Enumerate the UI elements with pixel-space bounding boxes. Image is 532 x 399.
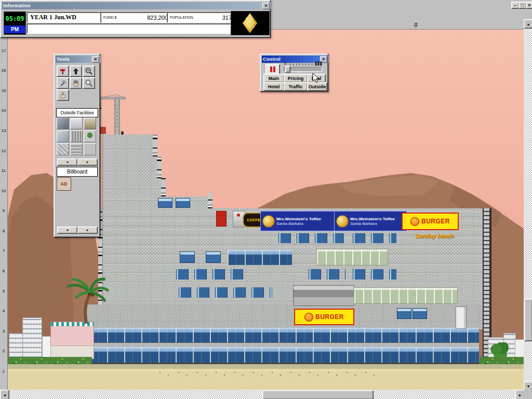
horizontal-scrollbar[interactable]: ◄ ► bbox=[0, 390, 524, 399]
control-main-button[interactable]: Main bbox=[263, 74, 284, 83]
information-titlebar[interactable]: Information × bbox=[2, 2, 271, 9]
vertical-scroll-thumb[interactable] bbox=[524, 299, 532, 341]
zoom-out-tool-button[interactable] bbox=[83, 77, 95, 89]
window-row bbox=[278, 233, 344, 243]
pause-icon bbox=[273, 66, 275, 72]
tools-title: Tools bbox=[57, 57, 70, 62]
toffee-coin-logo bbox=[336, 215, 349, 228]
window-row bbox=[309, 269, 346, 280]
minimize-button[interactable]: – bbox=[511, 2, 519, 9]
control-hotel-button[interactable]: Hotel bbox=[263, 82, 284, 91]
minimize-icon: – bbox=[514, 3, 516, 8]
facility-slot[interactable] bbox=[70, 130, 83, 142]
balcony-band bbox=[316, 249, 388, 265]
palm-tree bbox=[59, 265, 110, 325]
facility-slot[interactable] bbox=[84, 130, 96, 142]
toffee-sign-name: Mrs.Weinstein's Toffee bbox=[276, 217, 321, 221]
maximize-button[interactable]: □ bbox=[518, 2, 526, 9]
construction-scaffold bbox=[161, 178, 166, 197]
office-window bbox=[206, 251, 221, 263]
hotel-glass-band bbox=[228, 250, 292, 265]
toffee-shop-sign: Mrs.Weinstein's Toffee Santa Barbara bbox=[334, 211, 407, 231]
floor-label: 12 bbox=[0, 141, 7, 161]
billboard-scroll-left-button[interactable]: ◄ bbox=[57, 227, 77, 234]
up-arrow-icon bbox=[72, 67, 80, 75]
billboard-ad-item[interactable]: AD bbox=[57, 177, 71, 191]
facility-slot[interactable] bbox=[57, 117, 69, 129]
tools-close-button[interactable]: × bbox=[92, 56, 99, 63]
fund-field: FUND $ 823,200 bbox=[100, 12, 171, 23]
horizontal-scroll-thumb[interactable] bbox=[262, 390, 374, 399]
speed-min-label: 0 bbox=[284, 61, 286, 66]
move-tool-button[interactable] bbox=[70, 65, 82, 77]
control-traffic-button[interactable]: Traffic bbox=[284, 82, 308, 91]
facility-slot[interactable] bbox=[57, 143, 69, 155]
sunday-beach-sign: Sunday beach bbox=[415, 233, 463, 241]
window-row bbox=[353, 269, 396, 280]
information-title: Information bbox=[3, 3, 31, 8]
speed-slider-thumb[interactable] bbox=[285, 66, 290, 73]
shovel-tool-button[interactable] bbox=[57, 77, 69, 89]
floor-label: 14 bbox=[0, 101, 7, 121]
scroll-right-icon: ► bbox=[518, 393, 522, 397]
scrollbar-corner bbox=[524, 390, 532, 399]
ad-label: AD bbox=[61, 181, 68, 187]
building-lower-slab bbox=[84, 304, 488, 329]
facility-slot[interactable] bbox=[84, 117, 96, 129]
bulldoze-tool-button[interactable] bbox=[57, 65, 69, 77]
mouse-cursor bbox=[312, 73, 321, 84]
facility-category-selector[interactable]: Outside Facilities bbox=[56, 108, 98, 117]
burger-sign-label: BURGER bbox=[421, 218, 450, 225]
building-section bbox=[102, 196, 209, 209]
service-door bbox=[456, 307, 467, 329]
tools-window: Tools × Outside Facilities bbox=[54, 54, 100, 237]
hvac-unit bbox=[293, 285, 354, 306]
vertical-scrollbar[interactable]: ▲ ▼ bbox=[524, 19, 532, 390]
control-traffic-label: Traffic bbox=[288, 84, 302, 89]
facility-slot[interactable] bbox=[84, 143, 96, 155]
control-outside-label: Outside bbox=[309, 84, 326, 89]
burger-sign-label: BURGER bbox=[315, 313, 344, 321]
pause-button[interactable] bbox=[265, 64, 280, 75]
office-window bbox=[397, 308, 411, 319]
control-pricing-button[interactable]: Pricing bbox=[284, 74, 308, 83]
floor-label: 6 bbox=[0, 261, 7, 281]
game-clock: 05:09 PM bbox=[4, 11, 26, 35]
facility-slot[interactable] bbox=[70, 117, 83, 129]
maximize-icon: □ bbox=[521, 3, 524, 8]
office-window bbox=[180, 251, 195, 263]
facility-slot[interactable] bbox=[57, 130, 69, 142]
magnifier-plus-icon bbox=[85, 67, 93, 75]
close-button[interactable]: × bbox=[526, 2, 532, 9]
scroll-down-icon: ▼ bbox=[527, 384, 530, 388]
building-section bbox=[102, 135, 154, 157]
city-building bbox=[22, 317, 42, 360]
floor-label: 13 bbox=[0, 121, 7, 141]
burger-shop-sign: BURGER bbox=[402, 212, 459, 230]
floor-label: 10 bbox=[0, 181, 7, 201]
control-title: Control bbox=[263, 57, 281, 62]
scroll-left-button[interactable]: ◄ bbox=[0, 390, 9, 399]
floor-label: 17 bbox=[0, 41, 7, 61]
finger-tool-button[interactable] bbox=[57, 89, 69, 101]
construction-scaffold bbox=[153, 135, 157, 157]
facility-slot[interactable] bbox=[70, 143, 83, 155]
facility-scroll-right-button[interactable]: ► bbox=[77, 158, 98, 166]
date-field: YEAR 1 Jun.WD bbox=[26, 12, 102, 23]
construction-scaffold bbox=[208, 193, 212, 209]
facility-scroll-left-button[interactable]: ◄ bbox=[57, 158, 77, 166]
scroll-right-icon: ► bbox=[86, 161, 89, 164]
tools-titlebar[interactable]: Tools × bbox=[56, 56, 100, 63]
billboard-scroll-right-button[interactable]: ► bbox=[77, 227, 98, 234]
floor-ruler: 17 16 15 14 13 12 11 10 9 8 7 6 5 4 3 2 … bbox=[0, 29, 8, 399]
billboard-section-label: Billboard bbox=[57, 167, 98, 177]
red-banner-sign bbox=[216, 211, 227, 227]
zoom-in-tool-button[interactable] bbox=[83, 65, 95, 77]
scroll-right-icon: ► bbox=[86, 229, 89, 232]
information-window: Information × 05:09 PM YEAR 1 Jun.WD FUN… bbox=[0, 0, 271, 38]
scroll-up-button[interactable]: ▲ bbox=[524, 19, 532, 29]
lobby-glass-row bbox=[90, 328, 479, 342]
hand-tool-button[interactable] bbox=[70, 77, 82, 89]
information-close-button[interactable]: × bbox=[262, 3, 270, 9]
floor-label: 8 bbox=[0, 221, 7, 241]
